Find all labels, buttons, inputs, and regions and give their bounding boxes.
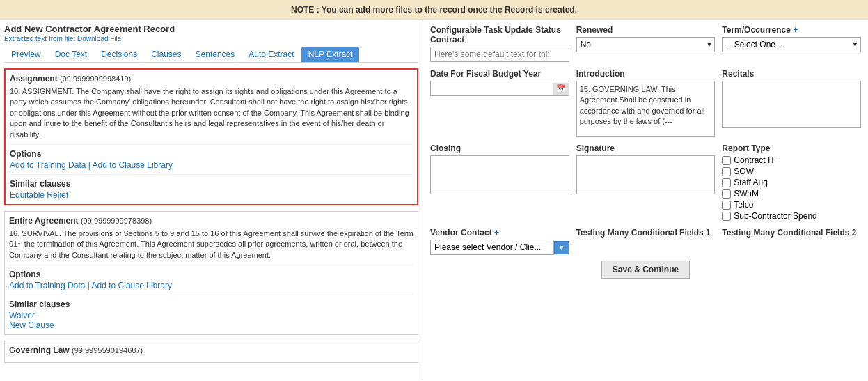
renewed-select-wrapper: No Yes	[576, 37, 716, 52]
signature-label: Signature	[576, 143, 716, 153]
clause-entire-title: Entire Agreement (99.9999999978398)	[9, 216, 413, 226]
configurable-task-label: Configurable Task Update Status Contract	[430, 25, 569, 45]
clause-entire-similar-label: Similar clauses	[9, 300, 413, 309]
tab-clauses[interactable]: Clauses	[144, 47, 188, 62]
testing-fields-2-label: Testing Many Conditional Fields 2	[722, 228, 861, 238]
tab-sentences[interactable]: Sentences	[189, 47, 242, 62]
vendor-dropdown-btn[interactable]: ▼	[554, 241, 569, 254]
clause-assignment: Assignment (99.9999999998419) 10. ASSIGN…	[4, 68, 418, 205]
report-type-label: Report Type	[722, 143, 861, 153]
checkbox-contract-it-input[interactable]	[722, 156, 731, 165]
vendor-select-wrapper: Please select Vendor / Clie... ▼	[430, 240, 569, 255]
checkbox-swam[interactable]: SWaM	[722, 189, 861, 199]
page-subtitle: Extracted text from file: Download File	[4, 35, 418, 42]
vendor-select[interactable]: Please select Vendor / Clie...	[430, 240, 554, 255]
checkbox-telco-input[interactable]	[722, 201, 731, 210]
introduction-label: Introduction	[576, 69, 716, 79]
similar-link-waiver[interactable]: Waiver	[9, 311, 413, 320]
clause-assignment-similar-label: Similar clauses	[10, 179, 413, 189]
date-fiscal-label: Date For Fiscal Budget Year	[430, 69, 569, 79]
checkbox-telco[interactable]: Telco	[722, 200, 861, 210]
closing-group: Closing	[430, 143, 569, 221]
tab-autoextract[interactable]: Auto Extract	[242, 47, 301, 62]
clause-entire-text: 16. SURVIVAL. The provisions of Sections…	[9, 228, 413, 265]
checkbox-subcontractor[interactable]: Sub-Contractor Spend	[722, 211, 861, 221]
checkbox-staffaug-input[interactable]	[722, 178, 731, 187]
tab-bar: Preview Doc Text Decisions Clauses Sente…	[4, 47, 418, 63]
clause-governing-title: Governing Law (99.9995590194687)	[9, 345, 413, 355]
checkbox-contract-it[interactable]: Contract IT	[722, 155, 861, 165]
left-panel: Add New Contractor Agreement Record Extr…	[0, 20, 423, 380]
date-fiscal-group: Date For Fiscal Budget Year 📅	[430, 69, 569, 137]
similar-link-equitable[interactable]: Equitable Relief	[10, 190, 413, 200]
recitals-label: Recitals	[722, 69, 861, 79]
renewed-label: Renewed	[576, 25, 716, 35]
clause-assignment-similar-links: Equitable Relief	[10, 190, 413, 200]
clause-entire-agreement: Entire Agreement (99.9999999978398) 16. …	[4, 211, 418, 335]
recitals-textarea[interactable]	[722, 81, 861, 128]
right-bottom-grid: Vendor Contact + Please select Vendor / …	[430, 228, 861, 255]
clause-assignment-options-links: Add to Training Data | Add to Clause Lib…	[10, 160, 413, 175]
checkbox-sow-input[interactable]	[722, 167, 731, 176]
vendor-contact-group: Vendor Contact + Please select Vendor / …	[430, 228, 569, 255]
clause-entire-options-label: Options	[9, 270, 413, 279]
introduction-text: 15. GOVERNING LAW. This Agreement Shall …	[576, 81, 716, 137]
report-type-checkboxes: Contract IT SOW Staff Aug SWaM	[722, 155, 861, 221]
clause-assignment-title: Assignment (99.9999999998419)	[10, 74, 413, 84]
introduction-group: Introduction 15. GOVERNING LAW. This Agr…	[576, 69, 716, 137]
right-top-grid: Configurable Task Update Status Contract…	[430, 25, 861, 62]
signature-textarea[interactable]	[576, 155, 716, 194]
term-occurrence-select-wrapper: -- Select One -- Option 1 Option 2	[722, 37, 861, 52]
term-occurrence-label: Term/Occurrence +	[722, 25, 861, 35]
clause-entire-options-links: Add to Training Data | Add to Clause Lib…	[9, 281, 413, 295]
clause-assignment-options-label: Options	[10, 149, 413, 159]
similar-link-newclause[interactable]: New Clause	[9, 320, 413, 330]
term-occurrence-plus-icon[interactable]: +	[793, 25, 798, 35]
vendor-contact-label: Vendor Contact +	[430, 228, 569, 238]
right-lower-grid: Closing Signature Report Type Contract I…	[430, 143, 861, 221]
date-fiscal-input[interactable]	[431, 81, 553, 95]
term-occurrence-select[interactable]: -- Select One -- Option 1 Option 2	[722, 37, 861, 52]
renewed-group: Renewed No Yes	[576, 25, 716, 62]
tab-nlpextract[interactable]: NLP Extract	[301, 47, 360, 62]
tab-preview[interactable]: Preview	[4, 47, 48, 62]
configurable-task-input[interactable]	[430, 47, 569, 62]
right-panel: Configurable Task Update Status Contract…	[423, 20, 868, 380]
top-banner: NOTE : You can add more files to the rec…	[0, 0, 868, 20]
term-occurrence-group: Term/Occurrence + -- Select One -- Optio…	[722, 25, 861, 62]
right-mid-grid: Date For Fiscal Budget Year 📅 Introducti…	[430, 69, 861, 137]
checkbox-staffaug[interactable]: Staff Aug	[722, 178, 861, 187]
add-to-training-data-link-2[interactable]: Add to Training Data	[9, 281, 85, 290]
testing-fields-1-label: Testing Many Conditional Fields 1	[576, 228, 716, 238]
add-to-clause-library-link-1[interactable]: Add to Clause Library	[93, 160, 173, 170]
add-to-clause-library-link-2[interactable]: Add to Clause Library	[92, 281, 172, 290]
testing-fields-2-group: Testing Many Conditional Fields 2	[722, 228, 861, 238]
report-type-group: Report Type Contract IT SOW Staff Aug	[722, 143, 861, 221]
vendor-contact-plus-icon[interactable]: +	[494, 228, 499, 238]
date-input-wrapper: 📅	[430, 81, 569, 96]
save-continue-button[interactable]: Save & Continue	[601, 261, 690, 279]
clause-assignment-text: 10. ASSIGNMENT. The Company shall have t…	[10, 86, 413, 145]
closing-textarea[interactable]	[430, 155, 569, 194]
clause-entire-similar-links: Waiver New Clause	[9, 311, 413, 330]
banner-text: NOTE : You can add more files to the rec…	[291, 5, 577, 15]
clause-governing-law: Governing Law (99.9995590194687)	[4, 341, 418, 363]
configurable-task-group: Configurable Task Update Status Contract	[430, 25, 569, 62]
calendar-icon[interactable]: 📅	[553, 83, 569, 95]
page-title: Add New Contractor Agreement Record	[4, 24, 418, 34]
tab-decisions[interactable]: Decisions	[94, 47, 144, 62]
signature-group: Signature	[576, 143, 716, 221]
closing-label: Closing	[430, 143, 569, 153]
checkbox-swam-input[interactable]	[722, 189, 731, 199]
checkbox-sow[interactable]: SOW	[722, 166, 861, 176]
testing-fields-1-group: Testing Many Conditional Fields 1	[576, 228, 716, 238]
renewed-select[interactable]: No Yes	[576, 37, 716, 52]
checkbox-subcontractor-input[interactable]	[722, 212, 731, 221]
recitals-group: Recitals	[722, 69, 861, 137]
tab-doctext[interactable]: Doc Text	[48, 47, 94, 62]
add-to-training-data-link-1[interactable]: Add to Training Data	[10, 160, 86, 170]
